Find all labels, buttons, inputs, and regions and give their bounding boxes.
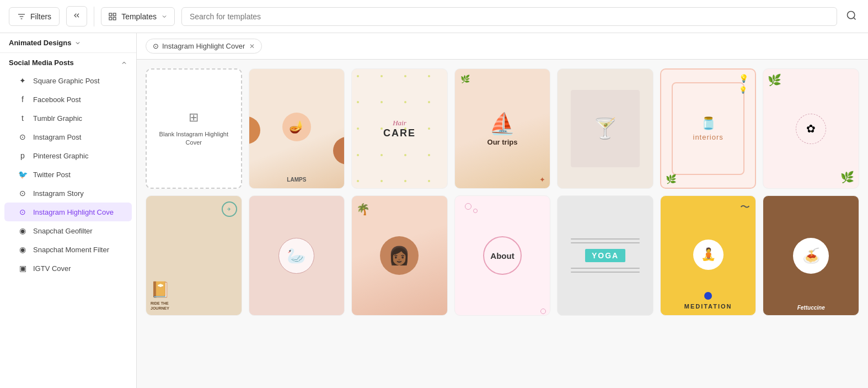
palm-leaf: 🌴 [356,203,370,216]
collapse-button[interactable] [66,6,87,26]
yoga-lines-bottom [571,268,640,273]
yoga-line-3 [571,268,640,269]
sidebar-item-pinterest-graphic[interactable]: p Pinterest Graphic [0,146,136,165]
sidebar-item-icon: ⊙ [18,132,28,142]
sidebar-item-square-graphic-post[interactable]: ✦ Square Graphic Post [0,71,136,90]
swirl-decoration: 〜 [740,200,750,214]
template-card-passport[interactable]: ✈ 📔 RIDE THEJOURNEY [146,195,242,316]
sidebar-item-facebook-post[interactable]: f Facebook Post [0,90,136,109]
meditation-figure: 🧘 [701,247,716,262]
sidebar-item-label: Instagram Highlight Cove [33,208,114,216]
template-card-care[interactable]: Hair CARE [351,68,448,189]
star-decoration: ✦ [539,176,545,184]
leaf-top-left: 🌿 [768,73,781,87]
card-inner: 💡💡 🫙 interiors 🌿 [661,70,756,188]
sidebar-item-tumblr-graphic[interactable]: t Tumblr Graphic [0,109,136,127]
lamps-label: LAMPS [287,177,306,183]
card-inner: 🌴 👩🏾 [352,196,447,315]
template-card-portrait[interactable]: 🌴 👩🏾 [351,195,448,316]
yoga-lines [571,238,640,243]
sidebar-item-label: Instagram Post [33,133,81,141]
sidebar-item-instagram-highlight-cover[interactable]: ⊙ Instagram Highlight Cove [4,203,132,221]
svg-line-8 [854,18,856,20]
search-button[interactable] [844,8,859,25]
template-card-interiors[interactable]: 💡💡 🫙 interiors 🌿 [660,68,757,189]
passport-book-icon: 📔 [151,280,170,299]
chip-close-button[interactable]: ✕ [249,42,255,50]
yoga-badge: YOGA [585,249,625,262]
hanging-lamps: 💡💡 [739,74,748,94]
sidebar: Animated Designs Social Media Posts ✦ Sq… [0,33,137,388]
sidebar-item-icon: ◉ [18,226,28,236]
sidebar-item-label: Facebook Post [33,95,81,104]
card-inner: 🍝 Fettuccine [763,196,859,315]
sidebar-item-instagram-post[interactable]: ⊙ Instagram Post [0,127,136,146]
sidebar-item-icon: f [18,94,28,104]
sidebar-item-icon: ⊙ [18,188,28,198]
template-card-fettuccine[interactable]: 🍝 Fettuccine [763,195,859,316]
svg-rect-6 [113,17,116,20]
card-inner: 🌿 🌿 ✿ [763,69,859,188]
category-label: Social Media Posts [9,59,74,67]
template-card-blank[interactable]: ⊞ Blank Instagram Highlight Cover [146,68,242,189]
card-inner: YOGA [558,196,653,315]
sidebar-items: ✦ Square Graphic Postf Facebook Postt Tu… [0,71,136,278]
card-inner: About [455,196,550,315]
template-card-swan[interactable]: 🦢 [249,195,345,316]
boat-icon: ⛵ [489,111,515,136]
sidebar-item-icon: ◉ [18,245,28,254]
sidebar-item-label: Tumblr Graphic [33,114,82,123]
sidebar-item-snapchat-geofilter[interactable]: ◉ Snapchat Geofilter [0,221,136,240]
filters-button[interactable]: Filters [9,7,60,26]
portrait-person: 👩🏾 [388,245,410,266]
animated-designs-button[interactable]: Animated Designs [9,39,127,47]
filters-icon [17,12,26,21]
sidebar-item-twitter-post[interactable]: 🐦 Twitter Post [0,165,136,184]
sidebar-item-label: Twitter Post [33,171,71,179]
interiors-border: 🫙 interiors [672,82,744,175]
search-bar[interactable] [181,7,837,26]
template-card-yoga[interactable]: YOGA [557,195,653,316]
sidebar-item-label: IGTV Cover [33,264,71,273]
fettuccine-circle: 🍝 [793,238,829,274]
templates-button[interactable]: Templates [101,7,175,26]
template-card-glass[interactable]: 🍸 [557,68,653,189]
templates-grid: ⊞ Blank Instagram Highlight Cover 🪔 LAMP… [146,68,859,316]
plant-decoration: 🌿 [666,174,677,184]
swan-circle: 🦢 [278,238,314,274]
social-media-posts-header[interactable]: Social Media Posts [0,53,136,71]
glass-bg: 🍸 [571,90,640,167]
half-circle-left [249,116,260,144]
template-card-trips[interactable]: 🌿 ⛵ Our trips ✦ [454,68,551,189]
instagram-highlight-chip[interactable]: ⊙ Instagram Highlight Cover ✕ [146,39,262,54]
sidebar-item-igtv-cover[interactable]: ▣ IGTV Cover [0,259,136,278]
meditation-dot [704,292,712,300]
blank-plus-icon: ⊞ [189,110,199,125]
template-card-lamps[interactable]: 🪔 LAMPS [249,68,345,189]
template-card-pink-plants[interactable]: 🌿 🌿 ✿ [763,68,859,189]
filter-chips-bar: ⊙ Instagram Highlight Cover ✕ [137,33,868,60]
sidebar-item-instagram-story[interactable]: ⊙ Instagram Story [0,184,136,203]
main-area: Animated Designs Social Media Posts ✦ Sq… [0,33,868,388]
sidebar-item-label: Instagram Story [33,189,84,198]
lamp-icon: 🪔 [289,120,304,134]
leaf-bottom-right: 🌿 [840,171,854,184]
template-card-about[interactable]: About [454,195,551,316]
search-input[interactable] [190,12,829,21]
yoga-line-2 [571,242,640,243]
sidebar-item-snapchat-moment-filter[interactable]: ◉ Snapchat Moment Filter [0,240,136,259]
svg-point-7 [848,12,855,19]
lamp-circle: 🪔 [282,113,311,141]
animated-designs-section: Animated Designs [0,33,136,53]
sidebar-item-label: Snapchat Geofilter [33,227,93,235]
sidebar-item-icon: t [18,113,28,123]
category-chevron-icon [121,60,127,66]
pink-circle: ✿ [796,114,826,144]
templates-content: ⊞ Blank Instagram Highlight Cover 🪔 LAMP… [137,60,868,388]
passport-text: RIDE THEJOURNEY [151,301,169,311]
grid-icon [108,12,117,21]
svg-rect-3 [109,13,112,16]
template-card-meditation[interactable]: 〜 🧘 MEDITATION [660,195,757,316]
topbar-divider [94,7,94,26]
circle-inner: ✿ [806,122,816,135]
